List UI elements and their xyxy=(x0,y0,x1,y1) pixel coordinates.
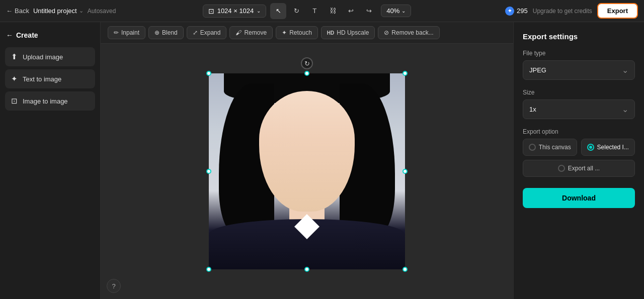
handle-top-left[interactable] xyxy=(206,71,211,76)
sidebar-section-title: ← Create xyxy=(5,29,95,44)
blend-label: Blend xyxy=(162,29,178,36)
blend-icon: ⊕ xyxy=(154,29,159,36)
file-type-chevron: ⌄ xyxy=(622,65,628,75)
remove-back-button[interactable]: ⊘ Remove back... xyxy=(378,26,439,39)
remove-label: Remove xyxy=(244,29,267,36)
project-title-chevron: ⌄ xyxy=(79,8,84,14)
project-title-text: Untitled project xyxy=(33,7,77,15)
back-button[interactable]: ← Back xyxy=(6,7,29,15)
export-option-field: Export option This canvas Selected I... xyxy=(523,128,635,177)
selected-radio xyxy=(587,144,594,151)
redo-button[interactable]: ↪ xyxy=(361,3,377,19)
sidebar-item-image-to-image[interactable]: ⊡ Image to image xyxy=(5,91,95,111)
retouch-button[interactable]: ✦ Retouch xyxy=(276,26,318,39)
sidebar: ← Create ⬆ Upload image ✦ Text to image … xyxy=(0,22,101,299)
file-type-value: JPEG xyxy=(529,66,546,74)
canvas-size-chevron: ⌄ xyxy=(257,8,261,14)
upgrade-link[interactable]: Upgrade to get credits xyxy=(533,8,592,15)
text-icon: T xyxy=(312,7,316,15)
handle-bottom-right[interactable] xyxy=(403,267,408,272)
file-type-field: File type JPEG ⌄ xyxy=(523,50,635,80)
project-title[interactable]: Untitled project ⌄ xyxy=(33,7,84,15)
link-tool-button[interactable]: ⛓ xyxy=(325,3,341,19)
upload-image-icon: ⬆ xyxy=(11,52,18,61)
download-button[interactable]: Download xyxy=(523,188,635,208)
help-button[interactable]: ? xyxy=(107,279,121,293)
handle-middle-top[interactable] xyxy=(304,71,309,76)
remove-back-icon: ⊘ xyxy=(384,29,389,36)
handle-middle-left[interactable] xyxy=(206,169,211,174)
this-canvas-label: This canvas xyxy=(539,144,571,151)
back-label: Back xyxy=(15,7,29,15)
export-all-option[interactable]: Export all ... xyxy=(523,160,635,177)
size-label: Size xyxy=(523,89,635,96)
image-to-image-icon: ⊡ xyxy=(11,96,18,106)
topbar-left: ← Back Untitled project ⌄ Autosaved xyxy=(6,7,117,15)
inpaint-button[interactable]: ✏ Inpaint xyxy=(108,26,145,39)
topbar-center: ⊡ 1024 × 1024 ⌄ ↖ ↻ T ⛓ ↩ ↪ 40 xyxy=(122,3,492,19)
back-arrow-icon: ← xyxy=(6,7,13,15)
redo-icon: ↪ xyxy=(366,7,372,15)
inpaint-icon: ✏ xyxy=(114,29,119,36)
blend-button[interactable]: ⊕ Blend xyxy=(148,26,184,39)
retouch-icon: ✦ xyxy=(282,29,287,36)
remove-button[interactable]: 🖌 Remove xyxy=(229,26,273,39)
handle-middle-right[interactable] xyxy=(403,169,408,174)
remove-back-label: Remove back... xyxy=(391,29,433,36)
text-tool-button[interactable]: T xyxy=(306,3,323,19)
topbar-right: ✦ 295 Upgrade to get credits Export xyxy=(497,3,638,19)
canvas-size-button[interactable]: ⊡ 1024 × 1024 ⌄ xyxy=(203,5,267,18)
handle-middle-bottom[interactable] xyxy=(304,267,309,272)
this-canvas-radio xyxy=(529,144,536,151)
upscale-label: HD Upscale xyxy=(337,29,369,36)
rotate-tool-button[interactable]: ↻ xyxy=(288,3,304,19)
canvas-size-value: 1024 × 1024 xyxy=(217,7,254,15)
handle-bottom-left[interactable] xyxy=(206,267,211,272)
expand-button[interactable]: ⤢ Expand xyxy=(187,26,227,39)
undo-button[interactable]: ↩ xyxy=(343,3,359,19)
sidebar-item-upload-image[interactable]: ⬆ Upload image xyxy=(5,47,95,66)
credits-icon: ✦ xyxy=(505,7,514,16)
create-back-icon: ← xyxy=(6,31,13,39)
canvas-area: ✏ Inpaint ⊕ Blend ⤢ Expand 🖌 Remove ✦ Re… xyxy=(101,22,513,299)
file-type-select[interactable]: JPEG ⌄ xyxy=(523,60,635,80)
this-canvas-option[interactable]: This canvas xyxy=(523,139,577,156)
text-to-image-icon: ✦ xyxy=(11,74,18,83)
canvas-size-icon: ⊡ xyxy=(208,7,214,15)
size-chevron: ⌄ xyxy=(622,105,628,114)
export-option-row-2: Export all ... xyxy=(523,160,635,177)
face-oval xyxy=(259,91,355,212)
export-panel-title: Export settings xyxy=(523,32,635,41)
canvas-content[interactable]: ↻ xyxy=(101,44,513,299)
export-button[interactable]: Export xyxy=(597,3,638,19)
rotate-icon: ↻ xyxy=(294,7,299,15)
size-select[interactable]: 1x ⌄ xyxy=(523,99,635,119)
cursor-icon: ↖ xyxy=(276,7,281,15)
export-option-group: This canvas Selected I... Export all ... xyxy=(523,139,635,177)
canvas-toolbar: ✏ Inpaint ⊕ Blend ⤢ Expand 🖌 Remove ✦ Re… xyxy=(101,22,513,44)
selected-radio-inner xyxy=(589,146,592,149)
autosaved-label: Autosaved xyxy=(88,8,116,15)
text-to-image-label: Text to image xyxy=(23,75,61,83)
export-all-label: Export all ... xyxy=(568,165,600,172)
handle-top-right[interactable] xyxy=(403,71,408,76)
credits-badge: ✦ 295 xyxy=(505,7,528,16)
export-option-row-1: This canvas Selected I... xyxy=(523,139,635,156)
expand-icon: ⤢ xyxy=(193,29,198,36)
canvas-image-wrapper[interactable]: ↻ xyxy=(209,73,405,269)
expand-label: Expand xyxy=(200,29,221,36)
question-icon: ? xyxy=(112,282,115,290)
size-value: 1x xyxy=(529,106,536,113)
upscale-button[interactable]: HD HD Upscale xyxy=(321,26,375,39)
topbar: ← Back Untitled project ⌄ Autosaved ⊡ 10… xyxy=(0,0,644,22)
inpaint-label: Inpaint xyxy=(121,29,139,36)
sidebar-item-text-to-image[interactable]: ✦ Text to image xyxy=(5,69,95,88)
zoom-button[interactable]: 40% ⌄ xyxy=(381,5,411,17)
rotate-handle[interactable]: ↻ xyxy=(301,57,313,69)
selected-option[interactable]: Selected I... xyxy=(581,139,635,156)
cursor-tool-button[interactable]: ↖ xyxy=(270,3,286,19)
remove-icon: 🖌 xyxy=(235,29,242,36)
link-icon: ⛓ xyxy=(330,7,336,15)
export-panel: Export settings File type JPEG ⌄ Size 1x… xyxy=(513,22,644,299)
zoom-value: 40% xyxy=(386,7,399,15)
